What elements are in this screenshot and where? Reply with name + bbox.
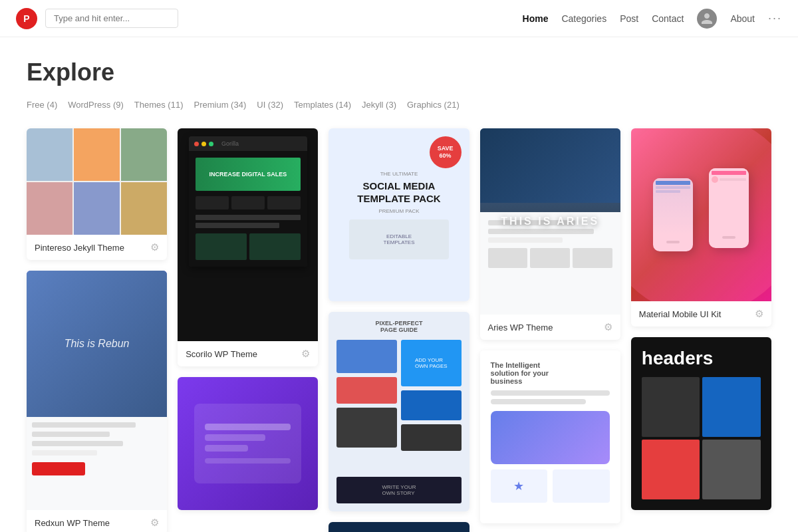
- filter-bar: Free (4) WordPress (9) Themes (11) Premi…: [27, 100, 771, 110]
- save-badge: SAVE60%: [430, 136, 462, 168]
- grid-col-1: Pintereso Jekyll Theme ⚙ This is Rebun: [27, 128, 167, 532]
- social-media-image: SAVE60% THE ULTIMATE SOCIAL MEDIATEMPLAT…: [329, 128, 469, 301]
- scorilo-image: Gorilla INCREASE DIGITAL SALES: [178, 128, 318, 341]
- headers-title-text: headers: [642, 348, 761, 369]
- scorilo-card[interactable]: Gorilla INCREASE DIGITAL SALES: [178, 128, 318, 366]
- nav-post[interactable]: Post: [620, 13, 638, 24]
- cards-grid: Pintereso Jekyll Theme ⚙ This is Rebun: [27, 128, 771, 532]
- nav-home[interactable]: Home: [523, 13, 549, 24]
- pintereso-footer: Pintereso Jekyll Theme ⚙: [27, 235, 167, 260]
- grid-col-4: THIS IS ARIES Aries WP Theme ⚙: [480, 128, 620, 523]
- aries-footer: Aries WP Theme ⚙: [480, 315, 620, 340]
- presentation-card[interactable]: Presentation: [329, 522, 469, 532]
- material-card[interactable]: Material Mobile UI Kit ⚙: [631, 128, 771, 327]
- grid-col-2: Gorilla INCREASE DIGITAL SALES: [178, 128, 318, 510]
- redxun-footer: Redxun WP Theme ⚙: [27, 510, 167, 532]
- material-title: Material Mobile UI Kit: [639, 309, 722, 319]
- nav-categories[interactable]: Categories: [561, 13, 606, 24]
- headers-card[interactable]: headers: [631, 337, 771, 510]
- grid-col-3: SAVE60% THE ULTIMATE SOCIAL MEDIATEMPLAT…: [329, 128, 469, 532]
- filter-free[interactable]: Free (4): [27, 100, 57, 110]
- gear-icon-2[interactable]: ⚙: [150, 517, 159, 529]
- pintereso-title: Pintereso Jekyll Theme: [35, 243, 124, 253]
- gear-icon[interactable]: ⚙: [150, 241, 159, 253]
- scorilo-title: Scorilo WP Theme: [186, 349, 257, 359]
- pintereso-image: [27, 128, 167, 235]
- nav-contact[interactable]: Contact: [652, 13, 684, 24]
- intelligent-image: The Intelligentsolution for yourbusiness…: [480, 350, 620, 523]
- aries-image: THIS IS ARIES: [480, 128, 620, 315]
- presentation-image: Presentation: [329, 522, 469, 532]
- purple-image: [178, 377, 318, 510]
- scorilo-footer: Scorilo WP Theme ⚙: [178, 341, 318, 366]
- redxun-title: Redxun WP Theme: [35, 518, 110, 528]
- nav-about[interactable]: About: [730, 13, 755, 24]
- filter-graphics[interactable]: Graphics (21): [407, 100, 460, 110]
- redxun-card[interactable]: This is Rebun Redxun WP Theme ⚙: [27, 271, 167, 532]
- logo: P: [16, 8, 37, 29]
- gear-icon-3[interactable]: ⚙: [301, 348, 310, 360]
- main-nav: Home Categories Post Contact About ···: [523, 9, 782, 29]
- redxun-image: This is Rebun: [27, 271, 167, 417]
- material-footer: Material Mobile UI Kit ⚙: [631, 301, 771, 327]
- grid-col-5: Material Mobile UI Kit ⚙ headers: [631, 128, 771, 510]
- aries-title: Aries WP Theme: [488, 323, 553, 332]
- intelligent-card[interactable]: The Intelligentsolution for yourbusiness…: [480, 350, 620, 523]
- gear-icon-4[interactable]: ⚙: [604, 321, 612, 333]
- purple-card[interactable]: [178, 377, 318, 510]
- filter-jekyll[interactable]: Jekyll (3): [362, 100, 396, 110]
- templates-card[interactable]: PIXEL-PERFECTPAGE GUIDE ADD YOUROWN PAGE…: [329, 312, 469, 511]
- filter-ui[interactable]: UI (32): [257, 100, 283, 110]
- header: P Home Categories Post Contact About ···: [0, 0, 798, 37]
- page-title: Explore: [27, 59, 771, 86]
- material-image: [631, 128, 771, 301]
- search-input[interactable]: [45, 9, 178, 28]
- gear-icon-5[interactable]: ⚙: [755, 308, 763, 320]
- headers-image: headers: [631, 337, 771, 510]
- templates-image: PIXEL-PERFECTPAGE GUIDE ADD YOUROWN PAGE…: [329, 312, 469, 511]
- more-menu-button[interactable]: ···: [768, 11, 782, 25]
- filter-templates[interactable]: Templates (14): [294, 100, 351, 110]
- avatar: [697, 9, 717, 29]
- headers-grid: [642, 377, 761, 499]
- filter-themes[interactable]: Themes (11): [134, 100, 184, 110]
- filter-premium[interactable]: Premium (34): [194, 100, 247, 110]
- filter-wordpress[interactable]: WordPress (9): [68, 100, 124, 110]
- social-media-card[interactable]: SAVE60% THE ULTIMATE SOCIAL MEDIATEMPLAT…: [329, 128, 469, 301]
- pintereso-card[interactable]: Pintereso Jekyll Theme ⚙: [27, 128, 167, 260]
- main-content: Explore Free (4) WordPress (9) Themes (1…: [0, 37, 798, 532]
- aries-card[interactable]: THIS IS ARIES Aries WP Theme ⚙: [480, 128, 620, 340]
